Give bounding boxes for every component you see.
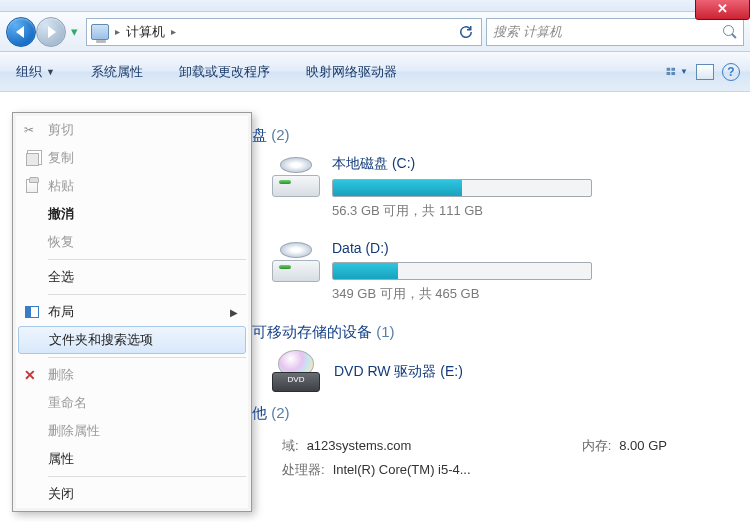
group-other-count: (2) <box>271 404 289 421</box>
navbar: ▾ ▸ 计算机 ▸ 搜索 计算机 <box>0 12 750 52</box>
computer-icon <box>91 24 109 40</box>
search-input[interactable]: 搜索 计算机 <box>486 18 744 46</box>
toolbar-organize-label: 组织 <box>16 63 42 81</box>
sys-memory-value: 8.00 GP <box>619 438 667 453</box>
group-removable-count: (1) <box>376 323 394 340</box>
toolbar-right: ▼ ? <box>666 62 740 82</box>
sys-cpu-label: 处理器: <box>282 461 325 479</box>
delete-icon <box>24 367 40 383</box>
search-placeholder: 搜索 计算机 <box>493 23 562 41</box>
content-area: 盘 (2) 本地磁盘 (C:) 56.3 GB 可用，共 111 GB Data… <box>252 118 750 522</box>
view-grid-icon <box>666 64 678 80</box>
group-header-other[interactable]: 他 (2) <box>252 404 738 423</box>
close-icon: ✕ <box>717 1 728 16</box>
menu-item-delete[interactable]: 删除 <box>16 361 248 389</box>
drive-c-label: 本地磁盘 (C:) <box>332 155 738 173</box>
layout-icon <box>25 306 39 318</box>
window-close-button[interactable]: ✕ <box>695 0 750 20</box>
drive-c-usage-bar <box>332 179 592 197</box>
hard-drive-icon <box>272 246 320 282</box>
nav-forward-button[interactable] <box>36 17 66 47</box>
drive-dvd-label: DVD RW 驱动器 (E:) <box>334 363 463 381</box>
toolbar-system-properties-button[interactable]: 系统属性 <box>85 59 149 85</box>
submenu-arrow-icon: ▶ <box>230 307 238 318</box>
menu-item-close[interactable]: 关闭 <box>16 480 248 508</box>
paste-icon <box>26 179 38 193</box>
organize-menu: 剪切 复制 粘贴 撤消 恢复 全选 布局 ▶ <box>12 112 252 512</box>
group-hdd-count: (2) <box>271 126 289 143</box>
toolbar-organize-button[interactable]: 组织 ▼ <box>10 59 61 85</box>
svg-rect-2 <box>667 72 671 75</box>
drive-dvd[interactable]: DVD DVD RW 驱动器 (E:) <box>272 352 738 392</box>
crumb-separator-icon: ▸ <box>115 26 120 37</box>
menu-separator <box>48 357 246 358</box>
group-hdd-label: 盘 <box>252 126 267 143</box>
refresh-button[interactable] <box>455 21 477 43</box>
sys-cpu-value: Intel(R) Core(TM) i5-4... <box>333 462 471 477</box>
menu-item-properties[interactable]: 属性 <box>16 445 248 473</box>
toolbar-map-drive-label: 映射网络驱动器 <box>306 63 397 81</box>
refresh-icon <box>458 24 474 40</box>
crumb-separator-icon: ▸ <box>171 26 176 37</box>
sys-domain-label: 域: <box>282 437 299 455</box>
toolbar-map-drive-button[interactable]: 映射网络驱动器 <box>300 59 403 85</box>
nav-history-dropdown[interactable]: ▾ <box>66 21 82 43</box>
menu-separator <box>48 259 246 260</box>
group-header-hdd[interactable]: 盘 (2) <box>252 126 738 145</box>
menu-item-paste[interactable]: 粘贴 <box>16 172 248 200</box>
drive-d-usage-bar <box>332 262 592 280</box>
chevron-down-icon: ▼ <box>680 67 688 76</box>
address-bar[interactable]: ▸ 计算机 ▸ <box>86 18 482 46</box>
sys-domain-value: a123systems.com <box>307 438 412 453</box>
group-removable-label: 可移动存储的设备 <box>252 323 372 340</box>
menu-item-copy[interactable]: 复制 <box>16 144 248 172</box>
arrow-right-icon <box>48 26 56 38</box>
scissors-icon <box>24 122 40 138</box>
help-button[interactable]: ? <box>722 63 740 81</box>
copy-icon <box>26 153 39 166</box>
menu-item-cut[interactable]: 剪切 <box>16 116 248 144</box>
hard-drive-icon <box>272 161 320 197</box>
menu-item-redo[interactable]: 恢复 <box>16 228 248 256</box>
search-icon <box>723 25 737 39</box>
sys-memory-label: 内存: <box>582 437 612 455</box>
system-info: 域: a123systems.com 内存: 8.00 GP 处理器: Inte… <box>282 437 738 479</box>
menu-item-folder-options[interactable]: 文件夹和搜索选项 <box>18 326 246 354</box>
breadcrumb-computer[interactable]: 计算机 <box>126 23 165 41</box>
menu-item-undo[interactable]: 撤消 <box>16 200 248 228</box>
view-options-button[interactable]: ▼ <box>666 62 688 82</box>
dvd-drive-icon: DVD <box>272 352 320 392</box>
chevron-down-icon: ▼ <box>46 67 55 77</box>
menu-separator <box>48 294 246 295</box>
menu-item-remove-properties[interactable]: 删除属性 <box>16 417 248 445</box>
svg-rect-3 <box>671 72 675 75</box>
toolbar-uninstall-label: 卸载或更改程序 <box>179 63 270 81</box>
arrow-left-icon <box>16 26 24 38</box>
toolbar-system-label: 系统属性 <box>91 63 143 81</box>
drive-c-info: 本地磁盘 (C:) 56.3 GB 可用，共 111 GB <box>332 155 738 220</box>
nav-buttons: ▾ <box>6 17 82 47</box>
toolbar: 组织 ▼ 系统属性 卸载或更改程序 映射网络驱动器 ▼ ? <box>0 52 750 92</box>
drive-d-stats: 349 GB 可用，共 465 GB <box>332 285 738 303</box>
drive-c-stats: 56.3 GB 可用，共 111 GB <box>332 202 738 220</box>
menu-separator <box>48 476 246 477</box>
nav-back-button[interactable] <box>6 17 36 47</box>
menu-item-rename[interactable]: 重命名 <box>16 389 248 417</box>
svg-rect-0 <box>667 67 671 70</box>
drive-d[interactable]: Data (D:) 349 GB 可用，共 465 GB <box>272 240 738 303</box>
preview-pane-button[interactable] <box>696 64 714 80</box>
titlebar: ✕ <box>0 0 750 12</box>
toolbar-uninstall-button[interactable]: 卸载或更改程序 <box>173 59 276 85</box>
svg-rect-1 <box>671 67 675 70</box>
drive-d-info: Data (D:) 349 GB 可用，共 465 GB <box>332 240 738 303</box>
group-header-removable[interactable]: 可移动存储的设备 (1) <box>252 323 738 342</box>
drive-c[interactable]: 本地磁盘 (C:) 56.3 GB 可用，共 111 GB <box>272 155 738 220</box>
menu-item-select-all[interactable]: 全选 <box>16 263 248 291</box>
menu-item-layout[interactable]: 布局 ▶ <box>16 298 248 326</box>
drive-d-label: Data (D:) <box>332 240 738 256</box>
group-other-label: 他 <box>252 404 267 421</box>
